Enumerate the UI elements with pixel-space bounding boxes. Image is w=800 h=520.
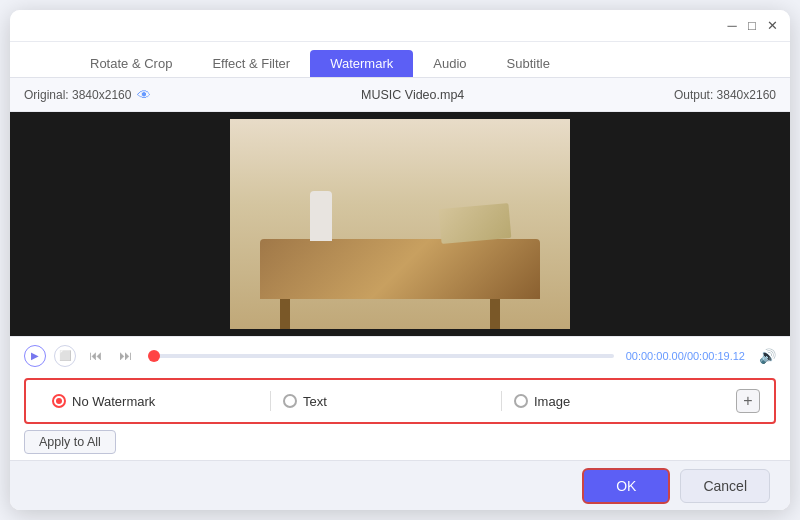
playback-controls: ▶ ⬜ ⏮ ⏭ 00:00:00.00/00:00:19.12 🔊 xyxy=(10,336,790,374)
apply-to-all-button[interactable]: Apply to All xyxy=(24,430,116,454)
time-display: 00:00:00.00/00:00:19.12 xyxy=(626,350,745,362)
apply-bar: Apply to All xyxy=(10,424,790,460)
time-total: 00:00:19.12 xyxy=(687,350,745,362)
tab-watermark[interactable]: Watermark xyxy=(310,50,413,77)
tab-bar: Rotate & Crop Effect & Filter Watermark … xyxy=(10,42,790,78)
cancel-button[interactable]: Cancel xyxy=(680,469,770,503)
watermark-none-label: No Watermark xyxy=(72,394,155,409)
eye-icon[interactable]: 👁 xyxy=(137,87,151,103)
tab-effect-filter[interactable]: Effect & Filter xyxy=(192,50,310,77)
progress-bar[interactable] xyxy=(148,354,614,358)
footer-bar: OK Cancel xyxy=(10,460,790,510)
minimize-button[interactable]: ─ xyxy=(724,18,740,34)
scene-vase xyxy=(310,191,332,241)
titlebar: ─ □ ✕ xyxy=(10,10,790,42)
video-filename: MUSIC Video.mp4 xyxy=(151,88,673,102)
watermark-text-radio[interactable] xyxy=(283,394,297,408)
maximize-button[interactable]: □ xyxy=(744,18,760,34)
watermark-image-label: Image xyxy=(534,394,570,409)
add-watermark-button[interactable]: + xyxy=(736,389,760,413)
watermark-text-option[interactable]: Text xyxy=(271,394,501,409)
time-current: 00:00:00.00 xyxy=(626,350,684,362)
watermark-none-option[interactable]: No Watermark xyxy=(40,394,270,409)
scene-book xyxy=(439,203,512,244)
next-frame-button[interactable]: ⏭ xyxy=(114,345,136,367)
progress-indicator xyxy=(148,350,160,362)
watermark-image-option[interactable]: Image xyxy=(502,394,732,409)
tab-audio[interactable]: Audio xyxy=(413,50,486,77)
ok-button[interactable]: OK xyxy=(582,468,670,504)
original-resolution: Original: 3840x2160 xyxy=(24,88,131,102)
close-button[interactable]: ✕ xyxy=(764,18,780,34)
main-window: ─ □ ✕ Rotate & Crop Effect & Filter Wate… xyxy=(10,10,790,510)
scene-content xyxy=(230,119,570,329)
tab-subtitle[interactable]: Subtitle xyxy=(487,50,570,77)
volume-icon[interactable]: 🔊 xyxy=(759,348,776,364)
video-info-bar: Original: 3840x2160 👁 MUSIC Video.mp4 Ou… xyxy=(10,78,790,112)
watermark-text-label: Text xyxy=(303,394,327,409)
prev-frame-button[interactable]: ⏮ xyxy=(84,345,106,367)
output-resolution: Output: 3840x2160 xyxy=(674,88,776,102)
tab-rotate-crop[interactable]: Rotate & Crop xyxy=(70,50,192,77)
watermark-none-radio[interactable] xyxy=(52,394,66,408)
stop-button[interactable]: ⬜ xyxy=(54,345,76,367)
preview-frame xyxy=(230,119,570,329)
scene-table xyxy=(260,239,540,299)
play-button[interactable]: ▶ xyxy=(24,345,46,367)
watermark-options-bar: No Watermark Text Image + xyxy=(24,378,776,424)
watermark-image-radio[interactable] xyxy=(514,394,528,408)
video-preview xyxy=(10,112,790,336)
